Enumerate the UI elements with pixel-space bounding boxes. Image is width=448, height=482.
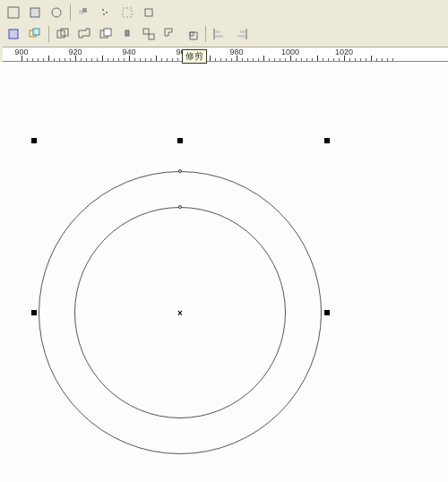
tool-b[interactable] xyxy=(25,3,45,22)
front-minus-icon[interactable] xyxy=(160,24,180,44)
tool-i[interactable] xyxy=(25,24,45,44)
tool-d[interactable] xyxy=(74,3,94,22)
selection-handle[interactable] xyxy=(31,138,37,143)
svg-point-7 xyxy=(103,13,105,15)
combine-icon[interactable] xyxy=(53,24,73,44)
tooltip: 修剪 xyxy=(182,49,207,64)
toolbar-separator xyxy=(48,26,49,42)
svg-rect-10 xyxy=(9,30,18,39)
toolbar xyxy=(0,0,448,47)
weld-icon[interactable] xyxy=(74,24,94,44)
selection-handle[interactable] xyxy=(31,310,37,315)
center-marker: × xyxy=(177,308,183,318)
horizontal-ruler[interactable]: 90092094096098010001020 修剪 xyxy=(0,47,448,62)
svg-rect-8 xyxy=(123,8,132,17)
toolbar-row-1 xyxy=(4,2,444,23)
tool-f[interactable] xyxy=(117,3,137,22)
svg-rect-12 xyxy=(33,29,39,35)
tool-a[interactable] xyxy=(4,3,23,22)
svg-rect-19 xyxy=(149,34,154,39)
svg-rect-22 xyxy=(215,35,223,38)
svg-rect-25 xyxy=(237,35,246,38)
tool-e[interactable] xyxy=(96,3,116,22)
selection-handle[interactable] xyxy=(324,310,330,315)
align-right-icon[interactable] xyxy=(231,24,251,44)
svg-point-2 xyxy=(52,8,61,17)
svg-rect-1 xyxy=(30,8,39,17)
node-marker[interactable] xyxy=(178,169,182,173)
selection-handle[interactable] xyxy=(177,138,183,143)
canvas[interactable]: × xyxy=(0,62,448,482)
toolbar-separator xyxy=(205,26,206,42)
svg-rect-4 xyxy=(82,8,87,13)
align-left-icon[interactable] xyxy=(210,24,229,44)
toolbar-separator xyxy=(70,4,71,21)
svg-rect-24 xyxy=(240,30,246,33)
tool-h[interactable] xyxy=(4,24,23,44)
svg-rect-16 xyxy=(104,29,111,36)
svg-rect-18 xyxy=(143,29,149,34)
toolbar-row-2 xyxy=(4,23,444,45)
svg-rect-9 xyxy=(145,9,152,16)
tool-g[interactable] xyxy=(139,3,159,22)
svg-point-6 xyxy=(106,12,108,13)
svg-rect-17 xyxy=(125,30,129,36)
svg-rect-0 xyxy=(8,7,19,18)
node-marker[interactable] xyxy=(178,205,182,209)
selection-handle[interactable] xyxy=(324,138,330,143)
trim-icon[interactable] xyxy=(96,24,116,44)
back-minus-icon[interactable] xyxy=(182,24,202,44)
intersect-icon[interactable] xyxy=(117,24,137,44)
svg-point-5 xyxy=(102,9,104,11)
svg-rect-21 xyxy=(215,30,220,33)
simplify-icon[interactable] xyxy=(139,24,159,44)
tool-c[interactable] xyxy=(47,3,66,22)
